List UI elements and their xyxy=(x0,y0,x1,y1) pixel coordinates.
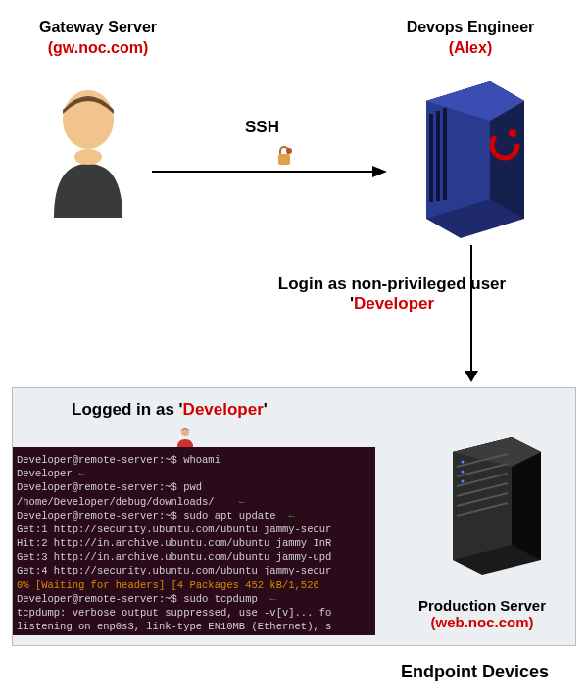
terminal-line: /home/Developer/debug/downloads/ ← xyxy=(17,495,371,509)
terminal-line: Get:4 http://security.ubuntu.com/ubuntu … xyxy=(17,564,371,577)
terminal-line: Developer@remote-server:~$ whoami xyxy=(17,453,371,467)
down-arrow xyxy=(470,245,472,373)
production-server-icon xyxy=(433,432,551,579)
production-host: (web.noc.com) xyxy=(399,614,565,630)
logged-in-suffix: ' xyxy=(264,400,268,419)
svg-point-1 xyxy=(74,149,102,165)
terminal-line: Developer ← xyxy=(17,467,371,480)
gateway-host: (gw.noc.com) xyxy=(10,38,186,59)
svg-rect-6 xyxy=(429,114,433,202)
devops-title: Devops Engineer xyxy=(382,18,559,38)
terminal-line: Developer@remote-server:~$ sudo tcpdump … xyxy=(17,592,371,606)
terminal-line: Developer@remote-server:~$ pwd xyxy=(17,480,371,494)
logged-in-user: Developer xyxy=(183,400,264,419)
terminal-line: listening on enp0s3, link-type EN10MB (E… xyxy=(17,620,371,633)
gateway-server-label: Gateway Server (gw.noc.com) xyxy=(10,18,186,59)
devops-name: (Alex) xyxy=(382,38,559,59)
logged-in-prefix: Logged in as ' xyxy=(72,400,183,419)
user-icon xyxy=(39,80,137,218)
svg-point-14 xyxy=(286,148,292,154)
endpoint-panel: Logged in as 'Developer' Developer@remot… xyxy=(12,387,576,646)
endpoint-devices-label: Endpoint Devices xyxy=(401,662,549,682)
logged-in-label: Logged in as 'Developer' xyxy=(72,400,268,420)
svg-point-28 xyxy=(462,480,465,483)
svg-rect-7 xyxy=(436,111,440,201)
devops-engineer-label: Devops Engineer (Alex) xyxy=(382,18,559,59)
svg-point-26 xyxy=(462,461,465,464)
terminal-line: Hit:2 http://in.archive.ubuntu.com/ubunt… xyxy=(17,536,371,550)
production-server-label: Production Server (web.noc.com) xyxy=(399,597,565,630)
server-icon xyxy=(402,76,529,243)
terminal-line: 0% [Waiting for headers] [4 Packages 452… xyxy=(17,578,371,592)
terminal-line: Get:3 http://in.archive.ubuntu.com/ubunt… xyxy=(17,550,371,564)
login-note: Login as non-privileged user 'Developer xyxy=(255,275,529,314)
svg-point-10 xyxy=(509,129,516,137)
lock-icon xyxy=(274,145,294,171)
terminal-window: Developer@remote-server:~$ whoamiDevelop… xyxy=(13,447,375,635)
gateway-title: Gateway Server xyxy=(10,18,186,38)
svg-rect-13 xyxy=(278,154,290,165)
terminal-line: Developer@remote-server:~$ sudo apt upda… xyxy=(17,509,371,523)
terminal-line: ^C13:41:59.419001 IP remote-server.ssh >… xyxy=(17,633,371,635)
svg-rect-8 xyxy=(443,108,447,200)
ssh-label: SSH xyxy=(245,118,279,137)
production-title: Production Server xyxy=(399,597,565,614)
terminal-line: Get:1 http://security.ubuntu.com/ubuntu … xyxy=(17,523,371,536)
login-note-user: Developer xyxy=(354,294,434,313)
ssh-arrow xyxy=(152,152,387,191)
terminal-line: tcpdump: verbose output suppressed, use … xyxy=(17,606,371,620)
svg-marker-12 xyxy=(372,166,387,177)
svg-point-27 xyxy=(462,471,465,474)
